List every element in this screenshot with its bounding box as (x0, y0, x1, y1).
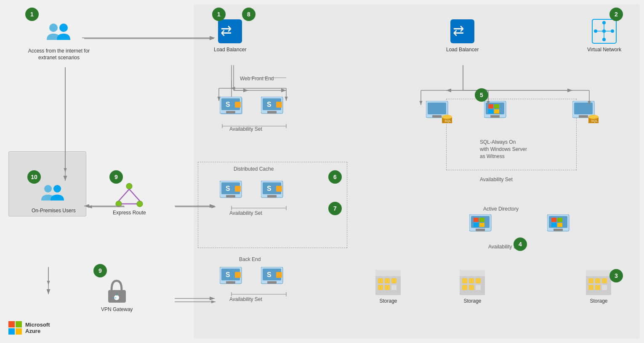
badge-7: 7 (328, 202, 342, 215)
svg-rect-100 (474, 223, 479, 227)
svg-rect-130 (588, 285, 593, 290)
svg-text:⇄: ⇄ (221, 23, 232, 38)
ad-vm-1-icon (469, 214, 497, 237)
svg-rect-98 (474, 218, 479, 222)
onprem-users-label: On-Premises Users (32, 208, 76, 214)
diagram-container: 1 Access from the internet for extranet … (0, 0, 644, 343)
svg-point-16 (59, 24, 68, 32)
svg-text:⇄: ⇄ (453, 23, 464, 38)
back-end-label: Back End (239, 256, 261, 262)
badge-2: 2 (609, 8, 623, 21)
cache-vm-2-icon-box: S (261, 181, 286, 204)
load-balancer-2-icon: ⇄ (449, 18, 476, 45)
cache-vm-2-icon: S (261, 181, 286, 204)
svg-point-65 (594, 29, 597, 33)
storage-3-label: Storage (590, 298, 607, 305)
svg-line-23 (129, 189, 140, 201)
web-vm-1-icon-box: S (220, 97, 245, 120)
svg-rect-97 (476, 229, 485, 231)
svg-rect-129 (602, 278, 607, 283)
sql-alwayson-label: SQL-Always Onwith Windows Serveras Witne… (480, 139, 527, 160)
svg-rect-44 (226, 195, 235, 198)
svg-rect-114 (378, 285, 383, 290)
vpn-gateway-label: VPN Gateway (101, 306, 133, 313)
badge-6: 6 (328, 170, 342, 184)
svg-rect-126 (586, 270, 611, 276)
svg-text:↕: ↕ (116, 292, 118, 297)
svg-rect-104 (554, 229, 563, 231)
backend-vm-1-icon: S (220, 267, 245, 290)
svg-text:S: S (226, 271, 230, 278)
svg-rect-54 (226, 281, 235, 284)
distributed-cache-box (198, 162, 347, 248)
backend-vm-2-icon: S (261, 267, 286, 290)
web-vm-2-icon-box: S (261, 97, 286, 120)
svg-rect-113 (391, 278, 397, 283)
svg-rect-56 (235, 272, 241, 278)
sql-vm-2-icon: SQL (572, 101, 600, 126)
svg-point-66 (602, 21, 606, 24)
web-vm-1-icon: S (220, 97, 245, 120)
cache-vm-1-icon: S (220, 181, 245, 204)
internet-users-label: Access from the internet for extranet sc… (27, 48, 90, 61)
svg-text:S: S (267, 271, 271, 278)
svg-rect-127 (588, 278, 593, 283)
web-vm-2-icon: S (261, 97, 286, 120)
avail-set-sql-label: Availability Set (480, 177, 513, 182)
svg-rect-99 (479, 218, 484, 222)
load-balancer-1-icon: ⇄ (216, 18, 244, 45)
svg-rect-94 (494, 109, 499, 113)
svg-rect-115 (385, 285, 390, 290)
backend-vm-2-icon-box: S (261, 267, 286, 290)
express-route-label: Express Route (113, 210, 146, 216)
svg-point-69 (602, 29, 606, 33)
vpn-gateway-icon-box: ↔ ↕ VPN Gateway (101, 277, 133, 313)
virtual-network-label: Virtual Network (587, 47, 621, 53)
svg-rect-41 (276, 102, 282, 108)
badge-1: 1 (212, 8, 226, 21)
svg-rect-108 (557, 223, 562, 227)
sql-vm-2-icon-box: SQL (572, 101, 600, 126)
svg-rect-121 (476, 278, 481, 283)
badge-3: 3 (609, 269, 623, 282)
svg-rect-122 (462, 285, 467, 290)
svg-rect-36 (235, 102, 241, 108)
svg-rect-93 (488, 109, 493, 113)
load-balancer-2-icon-box: ⇄ Load Balancer (446, 18, 479, 53)
express-route-icon (114, 183, 144, 208)
azure-logo: Microsoft Azure (8, 321, 50, 335)
svg-rect-46 (235, 186, 241, 192)
people-icon (44, 21, 74, 46)
badge-8: 8 (242, 8, 255, 21)
ad-vm-2-icon (547, 214, 575, 237)
svg-rect-105 (551, 218, 556, 222)
svg-point-17 (44, 185, 52, 193)
svg-rect-82 (574, 103, 593, 114)
virtual-network-icon (591, 18, 618, 45)
storage-2-icon (459, 269, 486, 296)
onprem-users-icon (39, 183, 68, 206)
svg-rect-39 (267, 111, 277, 113)
svg-rect-116 (391, 285, 397, 290)
svg-line-22 (119, 189, 129, 201)
storage-3-icon (585, 269, 612, 296)
sql-vm-1-icon-box: SQL (426, 101, 453, 126)
storage-1-label: Storage (379, 298, 397, 305)
load-balancer-1-label: Load Balancer (214, 47, 246, 53)
web-front-end-label: Web Front End (240, 76, 274, 82)
svg-point-86 (588, 115, 599, 119)
svg-rect-92 (494, 104, 499, 108)
storage-2-label: Storage (463, 298, 481, 305)
storage-2-icon-box: Storage (459, 269, 486, 305)
avail-set-2-label: Availability Set (229, 210, 262, 216)
ad-vm-1-icon-box (469, 214, 497, 237)
svg-text:S: S (226, 185, 230, 192)
virtual-network-icon-box: Virtual Network (587, 18, 621, 53)
svg-rect-51 (276, 186, 282, 192)
cache-vm-1-icon-box: S (220, 181, 245, 204)
svg-rect-110 (375, 270, 401, 276)
svg-rect-106 (557, 218, 562, 222)
svg-point-20 (116, 201, 122, 207)
badge-9a: 9 (109, 170, 123, 184)
badge-10: 10 (27, 170, 41, 184)
